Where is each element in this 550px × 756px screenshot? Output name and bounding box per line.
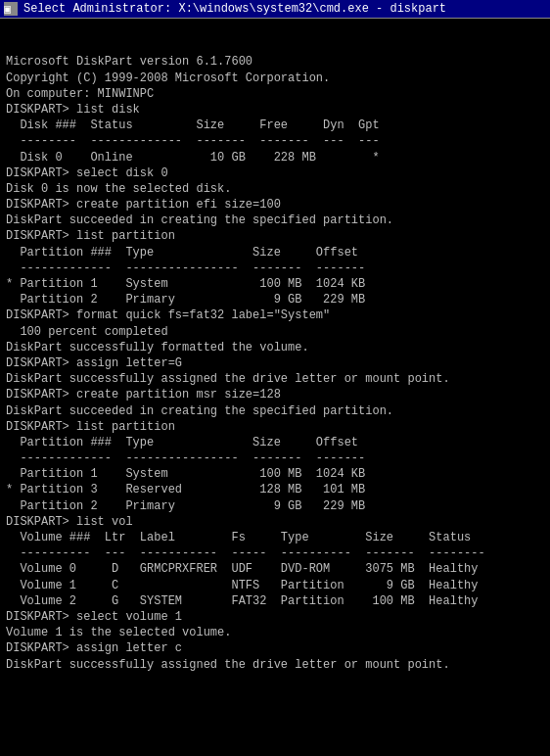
terminal-line: DISKPART> format quick fs=fat32 label="S… [6,307,544,323]
terminal-line: * Partition 1 System 100 MB 1024 KB [6,276,544,292]
terminal-output: Microsoft DiskPart version 6.1.7600Copyr… [0,19,550,756]
cmd-icon: ▣ [4,2,18,16]
terminal-line: ------------- ---------------- ------- -… [6,260,544,276]
terminal-line: DiskPart successfully assigned the drive… [6,657,544,673]
terminal-line: DISKPART> assign letter=G [6,355,544,371]
terminal-line: Partition ### Type Size Offset [6,245,544,260]
terminal-line: Volume 2 G SYSTEM FAT32 Partition 100 MB… [6,593,544,609]
terminal-line: -------- ------------- ------- ------- -… [6,133,544,149]
window: ▣ Select Administrator: X:\windows\syste… [0,0,550,756]
terminal-line: DISKPART> list disk [6,102,544,118]
terminal-line: * Partition 3 Reserved 128 MB 101 MB [6,482,544,497]
terminal-line: ------------- ---------------- ------- -… [6,450,544,466]
terminal-line: DiskPart successfully assigned the drive… [6,371,544,387]
terminal-line: Disk ### Status Size Free Dyn Gpt [6,118,544,133]
title-bar-label: Select Administrator: X:\windows\system3… [23,2,446,16]
title-bar: ▣ Select Administrator: X:\windows\syste… [0,0,550,19]
terminal-line: Partition 1 System 100 MB 1024 KB [6,466,544,482]
terminal-line: DISKPART> create partition msr size=128 [6,387,544,402]
terminal-line: DISKPART> list vol [6,514,544,530]
terminal-line: DISKPART> list partition [6,228,544,244]
terminal-line: On computer: MINWINPC [6,86,544,102]
terminal-line: Copyright (C) 1999-2008 Microsoft Corpor… [6,71,544,86]
terminal-line: DISKPART> select volume 1 [6,609,544,625]
terminal-line: DiskPart succeeded in creating the speci… [6,403,544,419]
terminal-line: Partition ### Type Size Offset [6,435,544,450]
terminal-line: Volume 1 C NTFS Partition 9 GB Healthy [6,578,544,593]
terminal-line: DISKPART> assign letter c [6,640,544,656]
terminal-line: Microsoft DiskPart version 6.1.7600 [6,54,544,70]
terminal-line: Volume ### Ltr Label Fs Type Size Status [6,530,544,545]
terminal-line: DISKPART> list partition [6,419,544,435]
terminal-line: DISKPART> select disk 0 [6,165,544,181]
terminal-line: Disk 0 Online 10 GB 228 MB * [6,150,544,165]
terminal-line: 100 percent completed [6,324,544,340]
terminal-line: DISKPART> create partition efi size=100 [6,197,544,213]
terminal-line: Partition 2 Primary 9 GB 229 MB [6,498,544,514]
terminal-line: Partition 2 Primary 9 GB 229 MB [6,292,544,307]
terminal-line: Volume 0 D GRMCPRXFRER UDF DVD-ROM 3075 … [6,561,544,577]
terminal-line: Volume 1 is the selected volume. [6,625,544,640]
terminal-line: ---------- --- ----------- ----- -------… [6,545,544,561]
terminal-line: Disk 0 is now the selected disk. [6,181,544,197]
terminal-line: DiskPart succeeded in creating the speci… [6,213,544,228]
terminal-line: DiskPart successfully formatted the volu… [6,340,544,355]
